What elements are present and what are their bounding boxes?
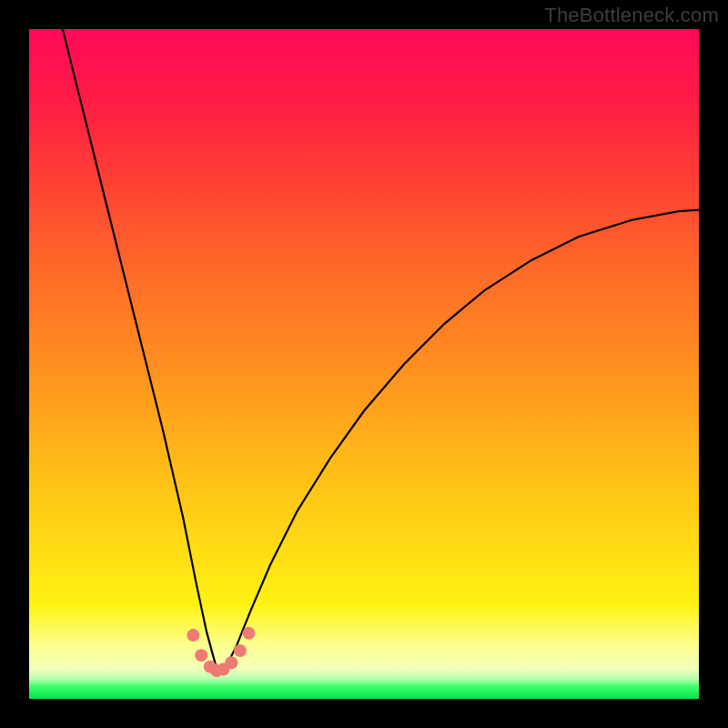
chart-frame: TheBottleneck.com — [0, 0, 728, 728]
dot — [195, 649, 207, 662]
dot — [187, 629, 199, 642]
dot — [242, 627, 255, 640]
dot — [234, 644, 247, 657]
watermark-text: TheBottleneck.com — [544, 4, 719, 27]
dot — [225, 656, 238, 669]
curve-bottom-dots — [187, 627, 255, 677]
bottleneck-curve — [63, 29, 699, 669]
plot-area — [29, 29, 699, 699]
chart-svg — [29, 29, 699, 699]
